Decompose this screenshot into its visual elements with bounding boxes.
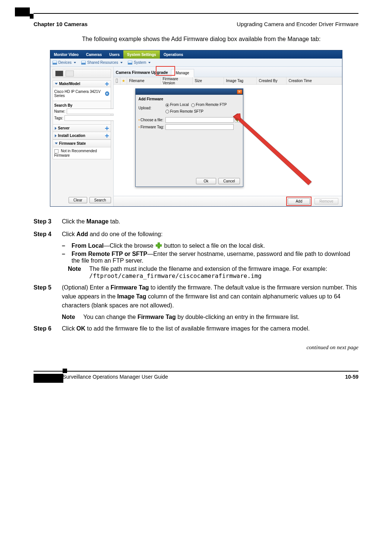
table-header: ★ Filename Firmware Version Size Image T… — [114, 77, 342, 85]
stack-icon — [128, 61, 132, 65]
step-4-option-b: – From Remote FTP or SFTP—Enter the serv… — [62, 251, 358, 264]
screenshot-frame: Monitor Video Cameras Users System Setti… — [50, 50, 342, 207]
add-icon[interactable] — [105, 134, 109, 138]
choose-file-input[interactable] — [165, 117, 234, 123]
col-created-by[interactable]: Created By — [257, 77, 287, 84]
subnav-shared-resources[interactable]: Shared Resources — [79, 60, 126, 65]
subnav-system[interactable]: System — [126, 60, 154, 65]
chevron-down-icon — [148, 62, 151, 63]
page-header: Chapter 10 Cameras Upgrading Camera and … — [34, 21, 358, 27]
firmware-tag-input[interactable] — [165, 124, 234, 130]
name-label: Name: — [54, 109, 65, 113]
chevron-right-icon — [55, 127, 57, 130]
radio-from-remote-sftp[interactable]: From Remote SFTP — [165, 109, 203, 113]
subnav-devices[interactable]: Devices — [50, 60, 79, 65]
add-icon[interactable] — [105, 82, 109, 86]
chevron-down-icon — [55, 143, 58, 144]
upload-label: Upload: — [139, 106, 165, 110]
chevron-down-icon — [120, 62, 123, 63]
name-input[interactable] — [67, 109, 116, 114]
tags-label: Tags: — [54, 116, 63, 120]
chevron-right-icon — [55, 134, 57, 137]
model-row[interactable]: Cisco HD IP Camera 3421V Series × — [54, 89, 109, 98]
clear-button[interactable]: Clear — [69, 197, 87, 203]
dialog-heading: Add Firmware — [139, 97, 240, 101]
panel-make-model-header[interactable]: Make/Model — [53, 80, 111, 87]
right-header: Camera Firmware Upgrade Manage — [114, 67, 342, 77]
step-5: Step 5 (Optional) Enter a Firmware Tag t… — [34, 283, 358, 310]
remove-icon[interactable]: × — [105, 91, 109, 96]
page-number: 10-59 — [345, 374, 358, 380]
document-footer: Cisco Video Surveillance Operations Mana… — [34, 364, 358, 380]
corner-marker-top-left-small — [30, 14, 34, 19]
step-4: Step 4 Click Add and do one of the follo… — [34, 230, 358, 239]
cancel-button[interactable]: Cancel — [218, 178, 240, 184]
bottom-rule — [34, 371, 358, 372]
panel-server-header[interactable]: Server — [53, 125, 111, 132]
panel-make-model-body: Cisco HD IP Camera 3421V Series × — [53, 87, 111, 101]
tab-cameras[interactable]: Cameras — [82, 50, 105, 59]
corner-marker-top-left — [15, 7, 30, 16]
stack-icon — [81, 61, 86, 65]
step-5-note: Note You can change the Firmware Tag by … — [62, 314, 358, 320]
remove-button[interactable]: Remove — [314, 198, 338, 204]
add-button[interactable]: Add — [288, 198, 310, 204]
left-toolbar — [53, 69, 111, 78]
continued-text: continued on next page — [34, 344, 358, 351]
corner-marker-bottom-left — [34, 374, 63, 383]
app-topnav: Monitor Video Cameras Users System Setti… — [50, 50, 342, 59]
right-content: Camera Firmware Upgrade Manage ★ Filenam… — [114, 67, 342, 206]
chevron-down-icon — [55, 83, 58, 85]
plus-icon — [235, 118, 239, 122]
tab-monitor-video[interactable]: Monitor Video — [50, 50, 82, 59]
stack-icon — [53, 61, 57, 65]
choose-file-label: •Choose a file: — [139, 118, 165, 122]
step-4-note: Note The file path must include the file… — [68, 266, 358, 279]
step-3: Step 3 Click the Manage tab. — [34, 217, 358, 226]
panel-firmware-state-body: Not in Recommended Firmware — [53, 147, 111, 159]
search-button[interactable]: Search — [89, 197, 111, 203]
toolbar-icon-b[interactable] — [66, 71, 74, 76]
section-label: Upgrading Camera and Encoder Driver Firm… — [237, 21, 358, 27]
dialog-titlebar: × — [136, 89, 243, 95]
left-sidebar: Make/Model Cisco HD IP Camera 3421V Seri… — [50, 67, 114, 206]
highlight-manage-tab — [156, 66, 175, 76]
ok-button[interactable]: Ok — [196, 178, 216, 184]
top-rule — [34, 13, 358, 14]
tab-operations[interactable]: Operations — [160, 50, 187, 59]
tab-users[interactable]: Users — [105, 50, 123, 59]
chevron-down-icon — [74, 62, 76, 63]
radio-from-local[interactable]: From Local — [165, 103, 189, 107]
col-image-tag[interactable]: Image Tag — [224, 77, 257, 84]
panel-firmware-state-header[interactable]: Firmware State — [53, 140, 111, 147]
radio-from-remote-ftp[interactable]: From Remote FTP — [191, 103, 227, 107]
col-filename[interactable]: Filename — [127, 77, 161, 84]
step-4-option-a: – From Local—Click the browse button to … — [62, 242, 358, 249]
col-check[interactable] — [114, 77, 120, 84]
panel-search-by: Search By Name: Tags: — [53, 101, 111, 125]
tab-system-settings[interactable]: System Settings — [123, 50, 160, 59]
firmware-tag-label: •Firmware Tag: — [139, 125, 165, 129]
intro-text: The following example shows the Add Firm… — [34, 35, 358, 43]
checkbox-not-in-recommended[interactable] — [54, 149, 59, 153]
col-firmware-version[interactable]: Firmware Version — [161, 77, 193, 84]
app-subnav: Devices Shared Resources System — [50, 59, 342, 67]
add-icon[interactable] — [105, 126, 109, 130]
table-body: × Add Firmware Upload: From Local From R… — [114, 85, 342, 196]
panel-install-location-header[interactable]: Install Location — [53, 132, 111, 140]
plus-icon — [156, 242, 162, 248]
svg-marker-0 — [233, 113, 311, 185]
col-creation-time[interactable]: Creation Time — [287, 77, 342, 84]
col-star-icon[interactable]: ★ — [120, 77, 127, 84]
add-firmware-dialog: × Add Firmware Upload: From Local From R… — [135, 88, 243, 187]
col-size[interactable]: Size — [193, 77, 224, 84]
step-6: Step 6 Click OK to add the firmware file… — [34, 324, 358, 333]
right-footer: Add Remove — [114, 196, 342, 206]
tags-input[interactable] — [64, 115, 114, 121]
browse-button[interactable] — [235, 117, 240, 122]
close-icon[interactable]: × — [237, 90, 242, 94]
toolbar-icon-a[interactable] — [55, 71, 63, 76]
chapter-label: Chapter 10 Cameras — [34, 21, 88, 27]
